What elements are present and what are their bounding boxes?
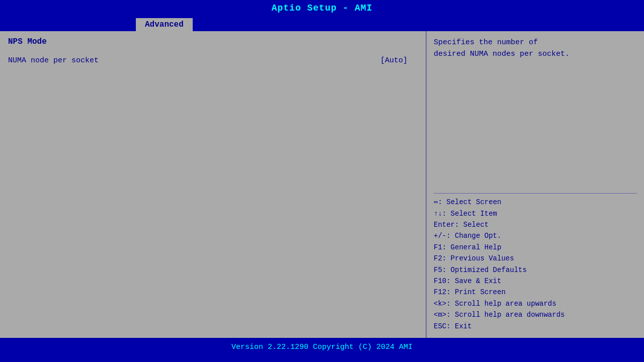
key-bind-select-item: ↑↓: Select Item xyxy=(434,208,637,219)
title-text: Aptio Setup - AMI xyxy=(272,3,373,13)
key-bind-scroll-up: <k>: Scroll help area upwards xyxy=(434,298,637,309)
section-title: NPS Mode xyxy=(8,37,418,46)
key-bind-esc-exit: ESC: Exit xyxy=(434,321,637,332)
key-bind-scroll-down: <m>: Scroll help area downwards xyxy=(434,309,637,320)
title-bar: Aptio Setup - AMI xyxy=(0,0,644,16)
key-bind-change-opt: +/-: Change Opt. xyxy=(434,230,637,241)
key-bind-general-help: F1: General Help xyxy=(434,242,637,253)
key-bind-previous-values: F2: Previous Values xyxy=(434,253,637,264)
key-bind-print-screen: F12: Print Screen xyxy=(434,287,637,298)
key-bind-save-exit: F10: Save & Exit xyxy=(434,276,637,287)
key-bindings: ⇔: Select Screen ↑↓: Select Item Enter: … xyxy=(434,197,637,332)
main-content: NPS Mode NUMA node per socket [Auto] Spe… xyxy=(0,31,644,338)
footer: Version 2.22.1290 Copyright (C) 2024 AMI xyxy=(0,338,644,356)
footer-text: Version 2.22.1290 Copyright (C) 2024 AMI xyxy=(231,343,413,351)
key-bind-select-screen: ⇔: Select Screen xyxy=(434,197,637,208)
key-bind-optimized-defaults: F5: Optimized Defaults xyxy=(434,264,637,276)
config-row-numa[interactable]: NUMA node per socket [Auto] xyxy=(8,55,418,66)
help-text: Specifies the number of desired NUMA nod… xyxy=(434,37,637,186)
divider xyxy=(434,193,637,194)
help-text-line1: Specifies the number of xyxy=(434,38,538,47)
key-bind-enter-select: Enter: Select xyxy=(434,219,637,230)
right-panel: Specifies the number of desired NUMA nod… xyxy=(427,31,644,338)
config-value-numa: [Auto] xyxy=(380,56,408,65)
tab-bar: Advanced xyxy=(0,16,644,31)
tab-advanced[interactable]: Advanced xyxy=(136,18,193,31)
left-panel: NPS Mode NUMA node per socket [Auto] xyxy=(0,31,427,338)
help-text-line2: desired NUMA nodes per socket. xyxy=(434,50,570,58)
config-label-numa: NUMA node per socket xyxy=(8,56,99,65)
